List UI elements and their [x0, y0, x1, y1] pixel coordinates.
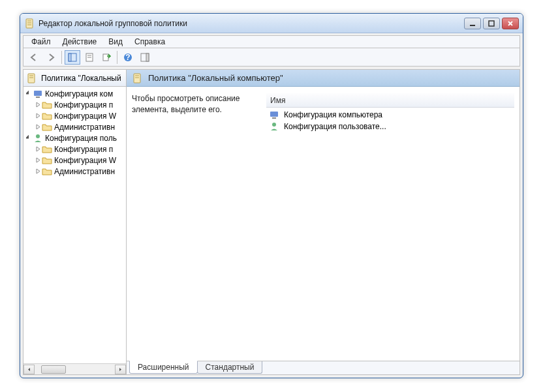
view-tabs: Расширенный Стандартный — [127, 361, 520, 374]
svg-text:?: ? — [125, 53, 130, 62]
menu-view[interactable]: Вид — [103, 36, 128, 48]
menu-help[interactable]: Справка — [129, 36, 170, 48]
folder-icon — [42, 144, 52, 155]
menubar: Файл Действие Вид Справка — [23, 35, 520, 48]
list-item-label: Конфигурация пользовате... — [284, 122, 386, 131]
svg-rect-21 — [34, 91, 42, 96]
app-icon — [24, 18, 35, 29]
folder-icon — [42, 100, 52, 110]
tree-node[interactable]: Конфигурация п — [23, 99, 126, 110]
svg-rect-5 — [489, 21, 494, 26]
nav-forward-button[interactable] — [43, 50, 59, 65]
properties-button[interactable] — [82, 50, 97, 65]
tab-standard[interactable]: Стандартный — [197, 361, 263, 374]
folder-icon — [42, 166, 52, 177]
svg-rect-9 — [69, 53, 71, 61]
collapse-icon[interactable] — [25, 134, 33, 142]
computer-icon — [33, 89, 43, 99]
svg-rect-0 — [26, 19, 33, 28]
svg-rect-27 — [270, 112, 278, 117]
scroll-track[interactable] — [35, 365, 115, 374]
toolbar-separator — [61, 51, 62, 64]
details-content: Чтобы просмотреть описание элемента, выд… — [127, 87, 520, 361]
svg-point-29 — [272, 123, 276, 127]
computer-icon — [269, 110, 279, 120]
expand-icon[interactable] — [34, 168, 42, 175]
description-text: Чтобы просмотреть описание элемента, выд… — [132, 93, 256, 358]
horizontal-scrollbar[interactable] — [23, 363, 126, 374]
tree-node[interactable]: Административн — [23, 166, 126, 177]
toolbar: ? — [23, 48, 520, 67]
menu-action[interactable]: Действие — [57, 36, 102, 48]
toolbar-separator — [117, 51, 117, 64]
scroll-thumb[interactable] — [41, 365, 66, 374]
expand-icon[interactable] — [34, 145, 42, 153]
expand-icon[interactable] — [34, 123, 42, 131]
svg-point-23 — [36, 134, 40, 138]
svg-rect-28 — [272, 117, 276, 119]
tree-node-computer-config[interactable]: Конфигурация ком — [23, 88, 126, 99]
show-hide-action-pane-button[interactable] — [137, 50, 153, 65]
tab-extended[interactable]: Расширенный — [129, 361, 198, 374]
main-window: Редактор локальной групповой политики Фа… — [20, 13, 523, 378]
expand-icon[interactable] — [34, 101, 42, 109]
client-area: Политика "Локальный Конфигурация ком Кон… — [23, 69, 520, 375]
tree-node-user-config[interactable]: Конфигурация поль — [23, 132, 126, 143]
user-icon — [33, 133, 43, 143]
tree-node[interactable]: Конфигурация W — [23, 110, 126, 121]
details-title: Политика "Локальный компьютер" — [148, 73, 283, 83]
collapse-icon[interactable] — [25, 90, 33, 98]
svg-rect-22 — [36, 97, 40, 98]
folder-icon — [42, 155, 52, 166]
item-list: Имя Конфигурация компьютера Конфигурация… — [266, 93, 514, 358]
list-item-label: Конфигурация компьютера — [284, 110, 382, 119]
expand-icon[interactable] — [34, 157, 42, 164]
tree-pane: Политика "Локальный Конфигурация ком Кон… — [23, 70, 127, 374]
titlebar: Редактор локальной групповой политики — [20, 14, 523, 33]
tree-node[interactable]: Конфигурация п — [23, 143, 126, 155]
close-button[interactable] — [502, 18, 519, 29]
scroll-right-button[interactable] — [115, 365, 126, 374]
export-button[interactable] — [99, 50, 114, 65]
svg-rect-24 — [134, 74, 140, 83]
tree-node[interactable]: Административн — [23, 121, 126, 132]
scroll-left-button[interactable] — [23, 365, 35, 374]
folder-icon — [42, 111, 52, 121]
menu-file[interactable]: Файл — [26, 36, 56, 48]
policy-icon — [26, 73, 37, 83]
policy-icon — [132, 73, 142, 83]
tree-node[interactable]: Конфигурация W — [23, 155, 126, 166]
folder-icon — [42, 122, 52, 132]
window-title: Редактор локальной групповой политики — [39, 19, 464, 28]
expand-icon[interactable] — [34, 112, 42, 120]
list-item[interactable]: Конфигурация компьютера — [266, 109, 514, 121]
details-header: Политика "Локальный компьютер" — [127, 70, 520, 87]
svg-rect-13 — [103, 54, 108, 61]
nav-back-button[interactable] — [26, 50, 42, 65]
details-pane: Политика "Локальный компьютер" Чтобы про… — [127, 70, 520, 374]
svg-rect-17 — [146, 53, 149, 61]
show-hide-tree-button[interactable] — [65, 50, 80, 65]
user-icon — [269, 121, 279, 132]
tree-root-label[interactable]: Политика "Локальный — [41, 74, 121, 83]
svg-rect-18 — [28, 74, 35, 83]
maximize-button[interactable] — [483, 18, 500, 29]
minimize-button[interactable] — [464, 18, 481, 29]
column-header-name[interactable]: Имя — [266, 93, 514, 108]
tree-body: Конфигурация ком Конфигурация п Конфигур… — [23, 87, 126, 363]
help-button[interactable]: ? — [120, 50, 136, 65]
tree-header: Политика "Локальный — [23, 70, 126, 87]
list-item[interactable]: Конфигурация пользовате... — [266, 121, 514, 132]
